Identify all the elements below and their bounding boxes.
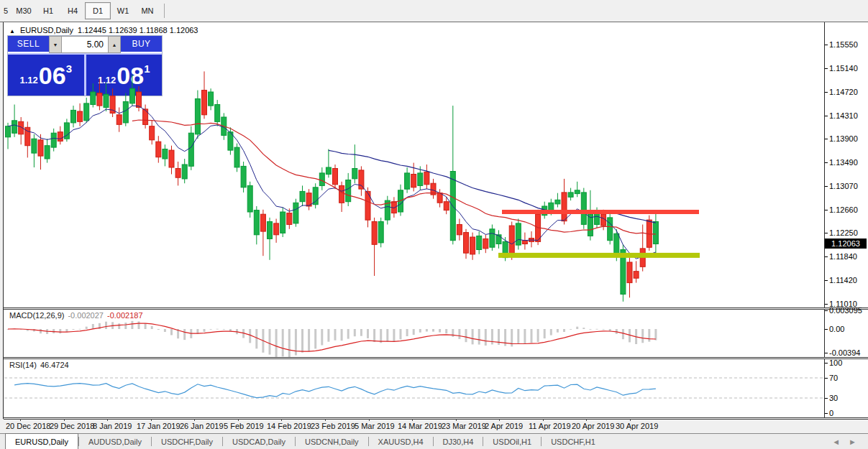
candlestick-chart-canvas[interactable] xyxy=(4,23,824,307)
macd-axis-tick xyxy=(825,329,828,330)
macd-value-1: -0.002027 xyxy=(68,311,104,320)
toolbar-separator xyxy=(164,4,165,18)
price-axis-tick xyxy=(825,210,828,210)
macd-value-2: -0.002187 xyxy=(107,311,143,320)
chart-tab-usdchf[interactable]: USDCHF,Daily xyxy=(152,435,222,449)
chart-tab-usdcad[interactable]: USDCAD,Daily xyxy=(223,435,295,449)
rsi-axis-tick xyxy=(825,378,828,379)
price-axis-label: 1.15550 xyxy=(829,40,858,49)
chart-tab-bar: EURUSD,DailyAUDUSD,DailyUSDCHF,DailyUSDC… xyxy=(0,433,868,449)
date-axis-tick xyxy=(281,419,282,421)
pane-separator[interactable] xyxy=(4,307,868,310)
current-price-badge: 1.12063 xyxy=(825,239,867,249)
chart-tab-xauusd[interactable]: XAUUSD,H4 xyxy=(369,435,433,449)
price-axis-label: 1.11840 xyxy=(829,252,857,261)
price-axis-label: 1.11420 xyxy=(829,276,857,284)
timeframe-toolbar: 5M30H1H4D1W1MN xyxy=(0,0,868,21)
price-axis-label: 1.14720 xyxy=(829,88,858,96)
price-axis-tick xyxy=(825,92,828,93)
price-axis-tick xyxy=(825,162,828,163)
price-axis-separator xyxy=(824,22,825,419)
tab-scroll-arrows[interactable]: ◄► xyxy=(832,438,865,446)
date-axis-tick xyxy=(20,419,21,421)
rsi-indicator-canvas[interactable] xyxy=(4,359,824,417)
timeframe-button-d1[interactable]: D1 xyxy=(85,2,111,19)
date-axis-tick xyxy=(586,419,587,421)
price-axis-label: 1.15140 xyxy=(829,64,858,73)
price-axis-label: 1.14310 xyxy=(829,111,858,120)
rsi-axis-label: 70 xyxy=(829,374,838,382)
timeframe-button-5[interactable]: 5 xyxy=(0,3,12,19)
price-axis-tick xyxy=(825,139,828,139)
date-axis-label: 20 Apr 2019 xyxy=(572,422,614,430)
timeframe-button-h1[interactable]: H1 xyxy=(36,3,60,19)
date-axis-tick xyxy=(64,419,65,421)
date-axis-label: 26 Jan 2019 xyxy=(180,422,224,430)
date-axis-label: 14 Mar 2019 xyxy=(398,422,442,430)
timeframe-button-w1[interactable]: W1 xyxy=(111,3,135,19)
rsi-value: 46.4724 xyxy=(40,361,69,369)
macd-axis-label: 0.003095 xyxy=(829,306,862,315)
date-axis-tick xyxy=(238,419,239,421)
macd-axis-tick xyxy=(825,353,828,353)
pane-separator[interactable] xyxy=(4,357,868,359)
rsi-axis-label: 0 xyxy=(829,409,833,417)
date-axis-label: 5 Mar 2019 xyxy=(355,422,395,430)
date-axis-tick xyxy=(194,419,195,421)
date-axis-label: 8 Jan 2019 xyxy=(93,422,132,430)
date-axis-tick xyxy=(412,419,413,421)
macd-label-row: MACD(12,26,9)-0.002027-0.002187 xyxy=(9,311,143,320)
date-axis-tick xyxy=(630,419,631,421)
price-axis-label: 1.12250 xyxy=(829,228,858,237)
rsi-axis-tick xyxy=(825,413,828,414)
price-axis-tick xyxy=(825,280,828,281)
macd-axis-label: 0.00 xyxy=(829,325,844,333)
price-axis-label: 1.13070 xyxy=(829,182,858,190)
date-axis-label: 23 Feb 2019 xyxy=(311,422,355,430)
chart-tab-eurusd[interactable]: EURUSD,Daily xyxy=(5,433,78,449)
price-axis-tick xyxy=(825,233,828,233)
date-axis-tick xyxy=(151,419,152,421)
price-axis-tick xyxy=(825,116,828,116)
date-axis-label: 11 Apr 2019 xyxy=(529,422,571,430)
date-axis-tick xyxy=(499,419,500,421)
price-axis-tick xyxy=(825,68,828,69)
rsi-axis-tick xyxy=(825,398,828,399)
chart-tab-usdcnh[interactable]: USDCNH,Daily xyxy=(296,435,368,449)
rsi-axis-label: 30 xyxy=(829,394,838,402)
price-axis-tick xyxy=(825,304,828,305)
chart-tab-dj30[interactable]: DJ30,H4 xyxy=(434,435,483,449)
timeframe-button-m30[interactable]: M30 xyxy=(12,3,36,19)
date-axis-label: 5 Feb 2019 xyxy=(224,422,264,430)
date-axis-label: 29 Dec 2018 xyxy=(50,422,94,430)
timeframe-button-mn[interactable]: MN xyxy=(135,3,160,19)
price-axis-label: 1.13900 xyxy=(829,134,858,143)
price-axis-label: 1.13490 xyxy=(829,158,858,167)
date-axis-label: 14 Feb 2019 xyxy=(267,422,311,430)
chart-tab-usdchf[interactable]: USDCHF,H1 xyxy=(542,435,605,449)
date-axis-label: 2 Apr 2019 xyxy=(485,422,523,430)
date-axis-label: 23 Mar 2019 xyxy=(442,422,486,430)
date-axis-label: 20 Dec 2018 xyxy=(6,422,50,430)
trading-terminal-window: 5M30H1H4D1W1MN ▲ EURUSD,Daily 1.12445 1.… xyxy=(0,0,868,449)
timeframe-button-h4[interactable]: H4 xyxy=(60,3,85,19)
rsi-axis-label: 100 xyxy=(829,358,842,367)
date-axis-tick xyxy=(456,419,457,421)
pane-separator xyxy=(4,417,868,420)
chart-tab-usdoil[interactable]: USDOil,H1 xyxy=(483,435,541,449)
window-top-border xyxy=(0,22,868,22)
price-axis-tick xyxy=(825,186,828,187)
rsi-label: RSI(14) xyxy=(9,361,37,369)
macd-axis-label: -0.00394 xyxy=(829,348,860,357)
macd-axis-tick xyxy=(825,310,828,311)
price-axis-tick xyxy=(825,256,828,257)
window-left-border xyxy=(3,22,4,419)
date-axis-label: 17 Jan 2019 xyxy=(137,422,181,430)
price-axis-tick xyxy=(825,45,828,45)
date-axis-tick xyxy=(107,419,108,421)
rsi-axis-tick xyxy=(825,363,828,364)
chart-tab-audusd[interactable]: AUDUSD,Daily xyxy=(79,435,151,449)
macd-label: MACD(12,26,9) xyxy=(9,311,64,320)
date-axis-tick xyxy=(543,419,544,421)
price-axis-label: 1.12660 xyxy=(829,205,858,214)
